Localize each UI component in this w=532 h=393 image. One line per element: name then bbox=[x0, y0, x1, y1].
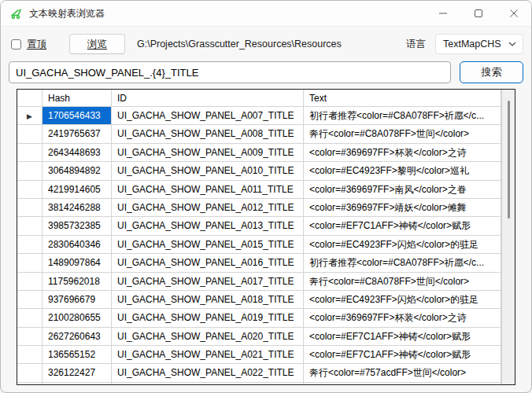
id-cell[interactable]: UI_GACHA_SHOW_PANEL_A010_TITLE bbox=[112, 162, 304, 180]
table-row[interactable]: ▶ 3814246288 UI_GACHA_SHOW_PANEL_A012_TI… bbox=[17, 199, 501, 217]
text-cell[interactable]: <color=#EF7C1AFF>神铸</color>赋形 bbox=[304, 346, 501, 364]
table-row[interactable]: ▶ 2100280655 UI_GACHA_SHOW_PANEL_A019_TI… bbox=[17, 309, 501, 327]
text-cell[interactable]: <color=#369697FF>杯装</color>之诗 bbox=[304, 309, 501, 327]
hash-cell bbox=[42, 383, 112, 384]
language-select[interactable]: TextMapCHS bbox=[435, 34, 523, 54]
row-header-cell[interactable]: ▶ bbox=[17, 309, 42, 327]
partial-table-row[interactable]: 初行者推荐<color=#C8A078FF>祈愿</c... bbox=[17, 383, 501, 384]
text-cell[interactable]: 奔行<color=#C8A078FF>世间</color> bbox=[304, 125, 501, 143]
search-button[interactable]: 搜索 bbox=[460, 61, 523, 83]
title-bar: 文本映射表浏览器 bbox=[1, 1, 531, 27]
id-cell[interactable]: UI_GACHA_SHOW_PANEL_A012_TITLE bbox=[112, 199, 304, 217]
id-cell[interactable]: UI_GACHA_SHOW_PANEL_A008_TITLE bbox=[112, 125, 304, 143]
id-cell[interactable]: UI_GACHA_SHOW_PANEL_A013_TITLE bbox=[112, 217, 304, 235]
id-cell[interactable]: UI_GACHA_SHOW_PANEL_A021_TITLE bbox=[112, 346, 304, 364]
table-row[interactable]: ▶ 1489097864 UI_GACHA_SHOW_PANEL_A016_TI… bbox=[17, 254, 501, 272]
search-input[interactable] bbox=[9, 61, 451, 83]
hash-cell[interactable]: 2830640346 bbox=[42, 236, 112, 254]
table-row[interactable]: ▶ 2830640346 UI_GACHA_SHOW_PANEL_A015_TI… bbox=[17, 236, 501, 254]
row-header-cell[interactable]: ▶ bbox=[17, 364, 42, 382]
pin-checkbox[interactable]: 置顶 bbox=[11, 38, 46, 51]
text-cell[interactable]: <color=#369697FF>南风</color>之眷 bbox=[304, 181, 501, 199]
id-cell[interactable]: UI_GACHA_SHOW_PANEL_A017_TITLE bbox=[112, 273, 304, 291]
column-header-id[interactable]: ID bbox=[112, 90, 304, 107]
text-cell[interactable]: 奔行<color=#C8A078FF>世间</color> bbox=[304, 273, 501, 291]
hash-cell[interactable]: 937696679 bbox=[42, 291, 112, 309]
app-window: 文本映射表浏览器 置顶 浏览 G:\Projects\Grasscutter_R… bbox=[0, 0, 532, 393]
current-row-arrow-icon: ▶ bbox=[27, 112, 32, 120]
row-header-cell[interactable]: ▶ bbox=[17, 328, 42, 346]
id-cell[interactable]: UI_GACHA_SHOW_PANEL_A019_TITLE bbox=[112, 309, 304, 327]
hash-cell[interactable]: 1175962018 bbox=[42, 273, 112, 291]
text-cell[interactable]: 初行者推荐<color=#C8A078FF>祈愿</c... bbox=[304, 107, 501, 125]
hash-cell[interactable]: 1489097864 bbox=[42, 254, 112, 272]
hash-cell[interactable]: 326122427 bbox=[42, 364, 112, 382]
text-cell[interactable]: <color=#369697FF>靖妖</color>傩舞 bbox=[304, 199, 501, 217]
column-header-hash[interactable]: Hash bbox=[42, 90, 112, 107]
table-row[interactable]: ▶ 2419765637 UI_GACHA_SHOW_PANEL_A008_TI… bbox=[17, 125, 501, 143]
grid-corner-cell[interactable] bbox=[17, 90, 42, 107]
textmap-grid: Hash ID Text ▶ 1706546433 UI_GACHA_SHOW_… bbox=[17, 89, 515, 385]
row-header-cell[interactable]: ▶ bbox=[17, 199, 42, 217]
id-cell[interactable]: UI_GACHA_SHOW_PANEL_A011_TITLE bbox=[112, 181, 304, 199]
hash-cell[interactable]: 1706546433 bbox=[42, 107, 112, 125]
text-cell[interactable]: <color=#EC4923FF>黎明</color>巡礼 bbox=[304, 162, 501, 180]
row-header-cell[interactable]: ▶ bbox=[17, 144, 42, 162]
table-row[interactable]: ▶ 2643448693 UI_GACHA_SHOW_PANEL_A009_TI… bbox=[17, 144, 501, 162]
hash-cell[interactable]: 2419765637 bbox=[42, 125, 112, 143]
hash-cell[interactable]: 4219914605 bbox=[42, 181, 112, 199]
id-cell[interactable]: UI_GACHA_SHOW_PANEL_A007_TITLE bbox=[112, 107, 304, 125]
row-header-cell[interactable]: ▶ bbox=[17, 254, 42, 272]
text-cell[interactable]: 奔行<color=#757acdFF>世间</color> bbox=[304, 364, 501, 382]
vertical-scrollbar[interactable] bbox=[501, 90, 515, 384]
column-header-text[interactable]: Text bbox=[304, 90, 501, 107]
text-cell[interactable]: 初行者推荐<color=#C8A078FF>祈愿</c... bbox=[304, 254, 501, 272]
row-header-cell[interactable]: ▶ bbox=[17, 291, 42, 309]
table-row[interactable]: ▶ 4219914605 UI_GACHA_SHOW_PANEL_A011_TI… bbox=[17, 181, 501, 199]
window-title: 文本映射表浏览器 bbox=[29, 7, 105, 20]
id-cell[interactable]: UI_GACHA_SHOW_PANEL_A022_TITLE bbox=[112, 364, 304, 382]
row-header-cell[interactable]: ▶ bbox=[17, 125, 42, 143]
table-row[interactable]: ▶ 136565152 UI_GACHA_SHOW_PANEL_A021_TIT… bbox=[17, 346, 501, 364]
hash-cell[interactable]: 2627260643 bbox=[42, 328, 112, 346]
table-row[interactable]: ▶ 937696679 UI_GACHA_SHOW_PANEL_A018_TIT… bbox=[17, 291, 501, 309]
browse-button[interactable]: 浏览 bbox=[69, 34, 125, 54]
table-row[interactable]: ▶ 326122427 UI_GACHA_SHOW_PANEL_A022_TIT… bbox=[17, 364, 501, 382]
hash-cell[interactable]: 3985732385 bbox=[42, 217, 112, 235]
maximize-button[interactable] bbox=[460, 1, 496, 26]
language-select-value: TextMapCHS bbox=[443, 39, 501, 50]
id-cell[interactable]: UI_GACHA_SHOW_PANEL_A015_TITLE bbox=[112, 236, 304, 254]
table-row[interactable]: ▶ 1175962018 UI_GACHA_SHOW_PANEL_A017_TI… bbox=[17, 273, 501, 291]
text-cell[interactable]: <color=#EC4923FF>闪焰</color>的驻足 bbox=[304, 236, 501, 254]
hash-cell[interactable]: 136565152 bbox=[42, 346, 112, 364]
text-cell[interactable]: <color=#369697FF>杯装</color>之诗 bbox=[304, 144, 501, 162]
text-cell[interactable]: <color=#EF7C1AFF>神铸</color>赋形 bbox=[304, 328, 501, 346]
row-header-cell[interactable]: ▶ bbox=[17, 273, 42, 291]
id-cell[interactable]: UI_GACHA_SHOW_PANEL_A009_TITLE bbox=[112, 144, 304, 162]
text-cell[interactable]: <color=#EC4923FF>闪焰</color>的驻足 bbox=[304, 291, 501, 309]
close-button[interactable] bbox=[496, 1, 531, 26]
scrollbar-thumb[interactable] bbox=[508, 101, 510, 219]
minimize-button[interactable] bbox=[425, 1, 460, 26]
language-label: 语言 bbox=[406, 38, 426, 51]
maximize-icon bbox=[474, 9, 483, 18]
row-header-cell[interactable]: ▶ bbox=[17, 346, 42, 364]
hash-cell[interactable]: 3814246288 bbox=[42, 199, 112, 217]
hash-cell[interactable]: 2643448693 bbox=[42, 144, 112, 162]
table-row[interactable]: ▶ 2627260643 UI_GACHA_SHOW_PANEL_A020_TI… bbox=[17, 328, 501, 346]
text-cell[interactable]: <color=#EF7C1AFF>神铸</color>赋形 bbox=[304, 217, 501, 235]
hash-cell[interactable]: 2100280655 bbox=[42, 309, 112, 327]
id-cell[interactable]: UI_GACHA_SHOW_PANEL_A018_TITLE bbox=[112, 291, 304, 309]
row-header-cell[interactable]: ▶ bbox=[17, 162, 42, 180]
search-row: 搜索 bbox=[1, 61, 531, 83]
row-header-cell[interactable]: ▶ bbox=[17, 107, 42, 125]
table-row[interactable]: ▶ 3985732385 UI_GACHA_SHOW_PANEL_A013_TI… bbox=[17, 217, 501, 235]
row-header-cell[interactable]: ▶ bbox=[17, 181, 42, 199]
table-row[interactable]: ▶ 1706546433 UI_GACHA_SHOW_PANEL_A007_TI… bbox=[17, 107, 501, 125]
row-header-cell[interactable]: ▶ bbox=[17, 217, 42, 235]
id-cell[interactable]: UI_GACHA_SHOW_PANEL_A020_TITLE bbox=[112, 328, 304, 346]
id-cell[interactable]: UI_GACHA_SHOW_PANEL_A016_TITLE bbox=[112, 254, 304, 272]
table-row[interactable]: ▶ 3064894892 UI_GACHA_SHOW_PANEL_A010_TI… bbox=[17, 162, 501, 180]
hash-cell[interactable]: 3064894892 bbox=[42, 162, 112, 180]
row-header-cell[interactable]: ▶ bbox=[17, 236, 42, 254]
